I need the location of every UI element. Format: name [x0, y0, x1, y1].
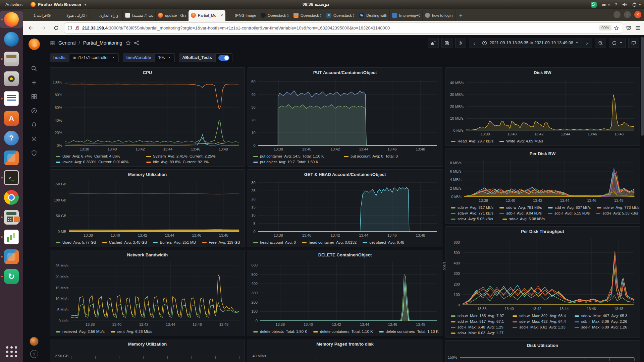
dock-item-firefox[interactable] [0, 11, 23, 28]
tab-close-button[interactable]: × [220, 13, 223, 18]
dock-item-terminal[interactable]: >_ [0, 169, 23, 186]
breadcrumb-page[interactable]: Partial_Monitoring [83, 40, 122, 46]
zoom-out-time-button[interactable] [595, 38, 606, 48]
legend-item[interactable]: delete containers Total: 1.10 K [379, 329, 439, 335]
scrollbar-thumb[interactable] [641, 37, 644, 136]
language-indicator[interactable]: en ▾ [602, 2, 610, 7]
reload-button[interactable] [52, 23, 60, 32]
pocket-icon[interactable] [626, 25, 632, 31]
plot-area[interactable]: 0%20%40%60%80%100%13:3813:4013:4213:4413… [65, 79, 239, 145]
legend-item[interactable]: head container Avg: 0.0132 [302, 240, 357, 245]
tv-mode-button[interactable] [628, 38, 639, 48]
legend-item[interactable]: sdb-w Avg: 817 kB/s [451, 205, 493, 210]
close-button[interactable]: ✕ [634, 11, 641, 18]
help-tray-icon[interactable]: ? [615, 2, 617, 7]
legend-item[interactable]: sde-w Max: 432 Avg: 64.4 [513, 319, 568, 324]
dock-item-chrome[interactable] [0, 189, 23, 206]
app-menu[interactable]: Firefox Web Browser ▾ [31, 2, 86, 7]
plot-area[interactable]: 0 kB/s10 MB/s20 MB/s30 MB/s40 MB/s13:381… [466, 79, 634, 130]
legend-item[interactable]: sda-w Avg: 771 kB/s [451, 210, 493, 216]
clock[interactable]: دوشنبه 08:38 [303, 2, 329, 7]
legend-item[interactable]: put container Avg: 14.5 Total: 1.10 K [253, 154, 338, 159]
legend-item[interactable]: sdb-r Avg: 9.04 kB/s [499, 210, 542, 216]
plot-area[interactable]: 40 MB/s [269, 351, 437, 362]
dock-item-calculator[interactable] [0, 209, 23, 226]
legend-item[interactable]: put account Avg: 0 Total: 0 [344, 154, 428, 159]
plot-area[interactable]: 2.50 GB [71, 351, 239, 362]
legend-item[interactable]: Buffers Avg: 251 MB [153, 240, 196, 245]
grafana-logo[interactable] [29, 39, 40, 50]
breadcrumb-section[interactable]: General [58, 40, 76, 46]
plot-area[interactable]: 0102030405013:3813:4013:4213:4413:4613:4… [258, 79, 437, 145]
legend-item[interactable]: sdd-r Max: 6.61 Avg: 1.33 [513, 324, 568, 330]
legend-item[interactable]: sda-r Max: 6.03 Avg: 1.27 [451, 330, 508, 336]
sidebar-security-icon[interactable] [27, 146, 42, 160]
plot-area[interactable]: 0 MB50 GB100 GB150 GB13:3813:4013:4213:4… [69, 181, 239, 232]
legend-item[interactable]: sdd-w Avg: 807 kB/s [548, 205, 591, 210]
legend-item[interactable]: sde-r Max: 6.09 Avg: 1.26 [575, 324, 630, 330]
bookmark-star-icon[interactable] [614, 25, 619, 31]
refresh-button[interactable] [609, 38, 626, 48]
legend-item[interactable]: Used Avg: 5.77 GB [56, 240, 96, 245]
browser-tab-active[interactable]: Partial_Mo× [189, 10, 225, 21]
dock-item-vmware[interactable] [0, 248, 23, 265]
panel-title[interactable]: DELETE Container/Object [248, 251, 442, 259]
power-menu[interactable]: ▾ [632, 2, 641, 7]
plot-area[interactable]: 010020030040050060013:3813:4013:4213:441… [260, 261, 437, 321]
dock-item-help[interactable]: ? [0, 130, 23, 146]
back-button[interactable] [26, 23, 35, 32]
variable-value-dropdown[interactable]: m-r1z1s1-controller [69, 53, 119, 62]
url-text[interactable]: 212.33.198.4:3000/d/F63l05Snk/partial_mo… [82, 25, 597, 31]
panel-title[interactable]: Network Bandwidth [50, 251, 245, 259]
grafana-help-icon[interactable]: ? [30, 350, 38, 358]
sidebar-dashboards-icon[interactable] [27, 89, 42, 104]
panel-title[interactable]: Memory Utilization [50, 171, 245, 178]
panel-title[interactable]: Memory Utilization [50, 340, 245, 348]
favorite-star-icon[interactable] [125, 40, 131, 46]
save-dashboard-button[interactable] [441, 38, 452, 48]
legend-item[interactable]: Free Avg: 119 GB [202, 240, 240, 245]
zoom-level-badge[interactable]: 90% [599, 25, 611, 31]
legend-item[interactable]: sdc-r Avg: 5.15 kB/s [548, 210, 590, 216]
panel-title[interactable]: PUT Account/Container/Object [248, 69, 442, 76]
legend-item[interactable]: System Avg: 2.41% Current: 2.25% [146, 154, 231, 159]
add-panel-button[interactable] [428, 38, 439, 48]
activities-button[interactable]: Activities [5, 2, 22, 7]
browser-tab[interactable]: پیوست ۲: مستندا [123, 10, 156, 21]
legend-item[interactable]: get object Avg: 6.48 [363, 240, 404, 245]
legend-item[interactable]: sent Avg: 6.26 Mb/s [111, 329, 152, 335]
browser-tab[interactable]: Improving+O [390, 10, 423, 21]
dock-item-sync[interactable]: ↻ [0, 268, 23, 285]
legend-item[interactable]: idle Avg: 89.8% Current: 92.1% [146, 159, 231, 165]
legend-item[interactable]: sde-r Avg: 5.05 kB/s [451, 216, 496, 222]
variable-toggle[interactable] [215, 53, 232, 62]
browser-tab[interactable]: (PNG Image, 564 [225, 10, 258, 21]
forward-button[interactable] [39, 23, 48, 32]
dock-item-media[interactable] [0, 70, 23, 87]
sidebar-create-icon[interactable] [27, 75, 42, 89]
dashboard-settings-button[interactable] [455, 38, 466, 48]
time-range-picker[interactable]: 2021-09-19 13:36:35 to 2021-09-19 13:49:… [479, 38, 582, 48]
browser-tab[interactable]: افرانت 1G - ساما [24, 10, 57, 21]
browser-tab[interactable]: Openstack SW [258, 10, 291, 21]
legend-item[interactable]: sde-w Avg: 773 kB/s [597, 205, 639, 210]
browser-tab[interactable]: تست کارایی هیولا [57, 10, 90, 21]
legend-item[interactable]: head account Avg: 0 [253, 240, 296, 245]
plot-area[interactable]: 010020030040050060013:3813:4013:4213:441… [463, 238, 634, 305]
minimize-button[interactable]: — [613, 11, 621, 18]
new-tab-button[interactable]: + [456, 11, 466, 20]
panel-title[interactable]: CPU [50, 69, 245, 76]
dock-item-localc[interactable] [0, 229, 23, 245]
variable-value-dropdown[interactable]: 10s [154, 53, 175, 62]
show-applications-button[interactable] [0, 345, 23, 362]
legend-item[interactable]: Read Avg: 29.7 kB/s [451, 138, 493, 144]
user-avatar[interactable] [30, 337, 39, 346]
legend-item[interactable]: put object Avg: 19.7 Total: 1.50 K [253, 159, 338, 165]
sidebar-explore-icon[interactable] [27, 104, 42, 118]
browser-tab[interactable]: Openstack Sv [291, 10, 324, 21]
legend-item[interactable]: sdc-w Max: 467 Avg: 65.3 [575, 313, 630, 319]
dock-item-vmware[interactable] [0, 149, 23, 166]
volume-icon[interactable] [622, 2, 627, 7]
menu-icon[interactable] [635, 25, 641, 31]
legend-item[interactable]: sdd-r Avg: 5.33 kB/s [596, 210, 638, 216]
